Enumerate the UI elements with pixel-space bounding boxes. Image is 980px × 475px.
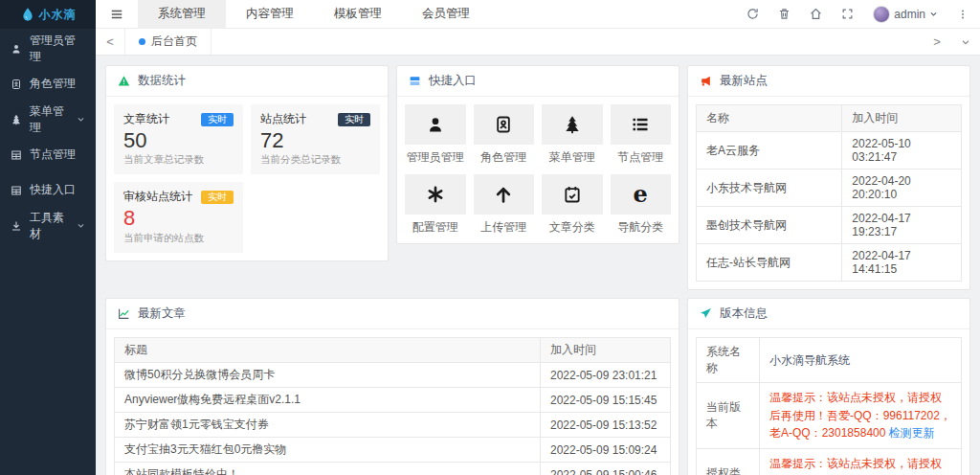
tags-bar: < 后台首页 > <box>96 29 980 56</box>
sidebar-item-label: 角色管理 <box>30 76 76 92</box>
article-title[interactable]: 苏宁财富领1元零钱宝支付券 <box>115 413 541 438</box>
shortcut-config-manage[interactable]: 配置管理 <box>405 174 466 236</box>
site-time: 2022-05-10 03:21:47 <box>842 132 962 170</box>
panel-title: 数据统计 <box>138 73 186 89</box>
panel-data-stats: 数据统计 文章统计 实时 50 当前文章总记录数 站点统计 <box>105 65 389 261</box>
article-row: 微博50积分兑换微博会员周卡 2022-05-09 23:01:21 <box>115 363 671 388</box>
article-row: 本站同款模板特价中！ 2022-05-09 15:00:46 <box>115 463 671 475</box>
sidebar-item-role-manage[interactable]: 角色管理 <box>0 66 96 102</box>
article-title[interactable]: 本站同款模板特价中！ <box>115 463 541 475</box>
site-name[interactable]: 老A云服务 <box>697 132 842 170</box>
user-menu[interactable]: admin <box>873 6 938 23</box>
stat-desc: 当前分类总记录数 <box>260 153 370 167</box>
chevron-down-icon <box>929 10 938 18</box>
panel-latest-sites: 最新站点 名称 加入时间 老A云服务 2022-05-10 03:21:47 <box>687 65 970 290</box>
avatar <box>873 6 890 23</box>
active-tab-dot <box>139 38 145 45</box>
username: admin <box>894 8 925 21</box>
stat-value: 72 <box>260 128 370 152</box>
article-time: 2022-05-09 23:01:21 <box>541 363 671 388</box>
panel-quick-entry: 快捷入口 管理员管理 角色管理 菜单管理 <box>396 65 679 244</box>
sidebar-item-quick-entry[interactable]: 快捷入口 <box>0 172 96 208</box>
site-row: 墨创技术导航网 2022-04-17 19:23:17 <box>697 207 962 244</box>
realtime-badge: 实时 <box>201 191 234 204</box>
sidebar-item-menu-manage[interactable]: 菜单管理 <box>0 102 96 137</box>
sidebar-item-label: 菜单管理 <box>30 103 69 136</box>
app-logo[interactable]: 小水滴 <box>0 0 96 29</box>
shortcut-role-manage[interactable]: 角色管理 <box>474 104 535 166</box>
user-icon <box>11 43 22 55</box>
tree-icon <box>563 115 582 134</box>
article-title[interactable]: 微博50积分兑换微博会员周卡 <box>115 363 541 388</box>
table-icon <box>11 149 22 161</box>
latest-articles-table: 标题 加入时间 微博50积分兑换微博会员周卡 2022-05-09 23:01:… <box>114 337 671 475</box>
shortcut-node-manage[interactable]: 节点管理 <box>611 104 672 166</box>
top-header: 系统管理 内容管理 模板管理 会员管理 admin <box>96 0 980 29</box>
version-row-name: 系统名称 小水滴导航系统 <box>697 338 962 383</box>
nav-tab-content[interactable]: 内容管理 <box>226 0 314 28</box>
sidebar: 小水滴 管理员管理 角色管理 菜单管理 节点管理 快捷入口 工具素材 <box>0 0 96 475</box>
calendar-check-icon <box>563 185 582 204</box>
stat-card-articles: 文章统计 实时 50 当前文章总记录数 <box>114 104 243 174</box>
panel-latest-articles: 最新文章 标题 加入时间 微博50积分兑换微博会员周卡 2022-05-09 2… <box>105 298 679 475</box>
article-row: 支付宝抽3元天猫红包0元撸实物 2022-05-09 15:09:24 <box>115 438 671 463</box>
tree-icon <box>11 114 22 125</box>
asterisk-icon <box>426 185 445 204</box>
version-table: 系统名称 小水滴导航系统 当前版本 温馨提示：该站点未授权，请授权后再使用！吾爱… <box>696 337 962 475</box>
site-row: 老A云服务 2022-05-10 03:21:47 <box>697 132 962 170</box>
article-title[interactable]: Anyviewer傲梅免费远程桌面v2.1.1 <box>115 388 541 413</box>
stat-desc: 当前申请的站点数 <box>123 232 234 245</box>
stat-title: 文章统计 <box>123 111 169 127</box>
more-vertical-icon[interactable] <box>957 9 969 20</box>
nav-tab-member[interactable]: 会员管理 <box>402 0 490 28</box>
sidebar-item-admin-manage[interactable]: 管理员管理 <box>0 31 96 66</box>
article-row: Anyviewer傲梅免费远程桌面v2.1.1 2022-05-09 15:15… <box>115 388 671 413</box>
sidebar-item-label: 快捷入口 <box>30 182 76 198</box>
article-time: 2022-05-09 15:15:45 <box>541 388 671 413</box>
shortcut-admin-manage[interactable]: 管理员管理 <box>405 104 466 166</box>
grid-icon <box>409 75 421 87</box>
site-name[interactable]: 任志-站长导航网 <box>697 244 842 282</box>
realtime-badge: 实时 <box>338 113 370 126</box>
sidebar-item-tool-material[interactable]: 工具素材 <box>0 208 96 243</box>
site-row: 任志-站长导航网 2022-04-17 14:41:15 <box>697 244 962 282</box>
tabs-scroll-right-icon[interactable]: > <box>923 29 951 55</box>
shortcut-nav-category[interactable]: e 导航分类 <box>611 174 672 236</box>
sidebar-item-node-manage[interactable]: 节点管理 <box>0 137 96 172</box>
fullscreen-icon[interactable] <box>841 8 854 20</box>
shortcut-menu-manage[interactable]: 菜单管理 <box>542 104 603 166</box>
user-icon <box>426 115 445 134</box>
home-icon[interactable] <box>810 8 822 20</box>
article-row: 苏宁财富领1元零钱宝支付券 2022-05-09 15:13:52 <box>115 413 671 438</box>
stat-desc: 当前文章总记录数 <box>123 153 234 167</box>
sidebar-item-label: 管理员管理 <box>30 33 85 65</box>
tabs-scroll-left-icon[interactable]: < <box>96 29 124 55</box>
nav-tab-system[interactable]: 系统管理 <box>138 0 226 28</box>
nav-tab-template[interactable]: 模板管理 <box>314 0 402 28</box>
trash-icon[interactable] <box>778 8 791 20</box>
refresh-icon[interactable] <box>746 8 759 20</box>
check-update-link[interactable]: 检测更新 <box>889 426 935 440</box>
site-time: 2022-04-17 14:41:15 <box>842 244 962 282</box>
stat-value: 8 <box>123 206 234 230</box>
tab-dashboard-home[interactable]: 后台首页 <box>124 29 212 55</box>
site-name[interactable]: 墨创技术导航网 <box>697 207 842 244</box>
hamburger-icon[interactable] <box>96 0 138 28</box>
version-row-current: 当前版本 温馨提示：该站点未授权，请授权后再使用！吾爱-QQ：996117202… <box>697 383 962 449</box>
site-time: 2022-04-17 19:23:17 <box>842 207 962 244</box>
shortcut-article-category[interactable]: 文章分类 <box>542 174 603 236</box>
article-time: 2022-05-09 15:09:24 <box>541 438 671 463</box>
license-warning-text: 温馨提示：该站点未授权，请授权后再使用！吾爱-QQ：996117202，老A-Q… <box>769 457 951 475</box>
stat-value: 50 <box>123 128 234 152</box>
chevron-down-icon <box>77 115 85 124</box>
id-card-icon <box>11 79 22 90</box>
site-name[interactable]: 小东技术导航网 <box>697 170 842 207</box>
realtime-badge: 实时 <box>201 113 234 126</box>
table-icon <box>11 185 22 196</box>
tabs-menu-icon[interactable] <box>951 29 980 55</box>
shortcut-upload-manage[interactable]: 上传管理 <box>474 174 535 236</box>
water-drop-icon <box>20 7 35 22</box>
stat-title: 站点统计 <box>260 111 306 127</box>
arrow-up-icon <box>494 185 513 204</box>
article-title[interactable]: 支付宝抽3元天猫红包0元撸实物 <box>115 438 541 463</box>
